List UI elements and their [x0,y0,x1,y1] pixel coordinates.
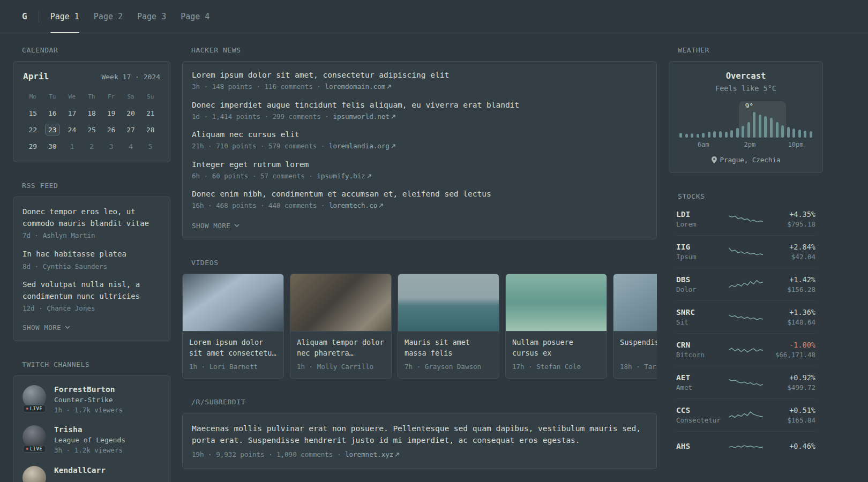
right-column: WEATHER Overcast Feels like 5°C 9°6am2pm… [669,46,823,481]
stock-price: $795.18 [769,220,815,228]
stock-change: -1.00% [769,341,815,349]
stock-row[interactable]: IIG Ipsum +2.84% $42.04 [676,235,815,268]
twitch-channel[interactable]: LIVE Trisha League of Legends 3h · 1.2k … [23,425,161,455]
reddit-domain-link[interactable]: loremnet.xyz [345,450,399,458]
video-thumbnail[interactable] [290,274,391,332]
stock-row[interactable]: SNRC Sit +1.36% $148.64 [676,300,815,333]
video-card[interactable]: Suspendisse diam 18h · Tara [613,274,657,379]
rss-item-link[interactable]: Sed volutpat nulla nisl, a condimentum n… [23,279,161,302]
stock-row[interactable]: AHS +0.46% [676,431,815,462]
stock-row[interactable]: CRN Bitcorn -1.00% $66,171.48 [676,333,815,366]
hn-story-link[interactable]: Lorem ipsum dolor sit amet, consectetur … [192,71,647,79]
tab-page-2[interactable]: Page 2 [94,0,123,33]
stock-id: SNRC Sit [676,308,722,326]
tab-page-4[interactable]: Page 4 [181,0,209,33]
video-body: Aliquam tempor dolor nec pharetra… 1h · … [290,332,391,378]
twitch-category[interactable]: Counter-Strike [54,396,123,404]
stock-id: AET Amet [676,373,722,391]
video-thumbnail[interactable] [183,274,283,332]
twitch-avatar-wrap: LIVE [23,385,46,409]
weather-location[interactable]: Prague, Czechia [678,156,814,164]
video-card[interactable]: Lorem ipsum dolor sit amet consectetu… 1… [182,274,284,379]
rss-item-link[interactable]: In hac habitasse platea [23,248,161,260]
stock-row[interactable]: CCS Consectetur +0.51% $165.84 [676,398,815,431]
video-card[interactable]: Mauris sit amet massa felis 7h · Grayson… [398,274,499,379]
hacker-news-card: Lorem ipsum dolor sit amet, consectetur … [182,61,657,239]
dashboard: CALENDAR April Week 17 · 2024 MoTuWeThFr… [0,33,868,482]
videos-widget: VIDEOS Lorem ipsum dolor sit amet consec… [182,259,657,379]
twitch-avatar-wrap: LIVE [23,425,46,449]
calendar-widget-title: CALENDAR [22,46,170,54]
stock-name: Dolor [676,285,722,293]
stock-row[interactable]: LDI Lorem +4.35% $795.18 [676,207,815,235]
calendar-day: 22 [25,124,40,135]
external-link-icon [391,115,395,119]
hn-item: Donec enim nibh, condimentum et accumsan… [192,190,647,210]
twitch-card: LIVE ForrestBurton Counter-Strike 1h · 1… [13,375,170,482]
external-link-icon [387,85,391,89]
calendar-day-current: 23 [45,124,60,135]
video-thumbnail[interactable] [613,274,657,332]
weather-hour-bar [742,126,744,138]
left-column: CALENDAR April Week 17 · 2024 MoTuWeThFr… [13,46,170,482]
weather-hour-bar [679,133,682,138]
hn-domain-link[interactable]: ipsumworld.net [333,112,395,120]
hn-show-more-button[interactable]: SHOW MORE [192,222,240,230]
weather-card: Overcast Feels like 5°C 9°6am2pm10pm Pra… [669,61,823,173]
weather-hour-bar [719,131,722,138]
stock-sparkline [729,276,763,292]
weather-bars [679,112,812,138]
hn-story-link[interactable]: Integer eget rutrum lorem [192,160,647,169]
calendar-header: April Week 17 · 2024 [23,71,160,81]
weather-time-label: 6am [698,141,709,148]
weather-location-label: Prague, Czechia [720,156,781,164]
hn-domain-link[interactable]: ipsumify.biz [317,172,371,180]
stock-id: CRN Bitcorn [676,341,722,359]
hn-domain-link[interactable]: loremlandia.org [329,142,395,150]
video-title: Nullam posuere cursus ex [512,337,600,359]
video-thumbnail[interactable] [398,274,499,332]
stock-price: $156.28 [769,285,815,293]
video-card[interactable]: Nullam posuere cursus ex 17h · Stefan Co… [505,274,607,379]
stock-row[interactable]: DBS Dolor +1.42% $156.28 [676,268,815,300]
hn-meta-text: 1d · 1,414 points · 299 comments · [192,112,333,120]
reddit-post-link[interactable]: Maecenas mollis pulvinar erat non posuer… [192,423,647,447]
video-card[interactable]: Aliquam tempor dolor nec pharetra… 1h · … [290,274,392,379]
hn-meta: 1d · 1,414 points · 299 comments · ipsum… [192,112,647,122]
twitch-channel-name[interactable]: Trisha [54,425,125,434]
weather-hour-bar [697,134,699,138]
tab-page-1[interactable]: Page 1 [50,0,79,33]
weather-hour-bar [798,130,801,138]
hn-domain-link[interactable]: loremdomain.com [325,82,391,91]
rss-item-link[interactable]: Donec tempor eros leo, ut commodo mauris… [23,206,161,229]
video-title: Lorem ipsum dolor sit amet consectetu… [189,337,277,359]
twitch-channel-name[interactable]: KendallCarr [54,466,106,475]
twitch-category[interactable]: League of Legends [54,436,125,444]
stock-values: +1.36% $148.64 [769,308,815,326]
hn-story-link[interactable]: Aliquam nec cursus elit [192,130,647,139]
hn-story-link[interactable]: Donec enim nibh, condimentum et accumsan… [192,190,647,198]
stock-values: +4.35% $795.18 [769,210,815,228]
hn-meta-text: 21h · 710 points · 579 comments · [192,142,329,150]
video-thumbnail[interactable] [506,274,607,332]
stocks-list: LDI Lorem +4.35% $795.18 IIG Ipsum [669,207,823,462]
weather-hour-bar [781,125,784,138]
stock-symbol: AET [676,373,722,382]
hn-item: Aliquam nec cursus elit 21h · 710 points… [192,130,647,151]
hacker-news-widget: HACKER NEWS Lorem ipsum dolor sit amet, … [182,46,657,239]
tab-page-3[interactable]: Page 3 [137,0,166,33]
calendar-weekday-header: Su [143,91,158,102]
weather-hour-bar [725,132,728,138]
twitch-channel[interactable]: LIVE ForrestBurton Counter-Strike 1h · 1… [23,385,161,415]
twitch-channel-name[interactable]: ForrestBurton [54,385,123,394]
twitch-channel[interactable]: LIVE KendallCarr [23,466,161,482]
calendar-day: 30 [45,140,60,152]
stock-row[interactable]: AET Amet +0.92% $499.72 [676,366,815,398]
stock-id: CCS Consectetur [676,406,722,424]
video-title: Aliquam tempor dolor nec pharetra… [297,337,385,359]
hn-domain-link[interactable]: loremtech.co [329,201,383,209]
external-link-icon [379,204,383,208]
hn-story-link[interactable]: Donec imperdiet augue tincidunt felis al… [192,101,647,109]
rss-show-more-button[interactable]: SHOW MORE [23,323,70,332]
app-logo[interactable]: G [22,11,27,21]
